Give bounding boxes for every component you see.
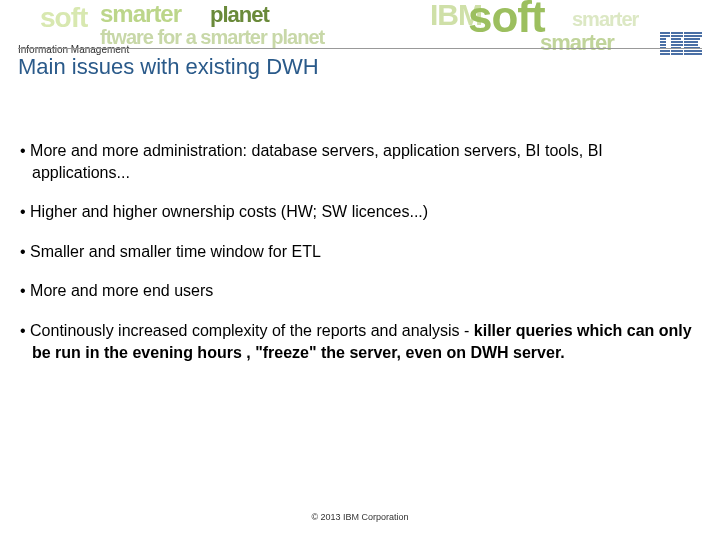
bullet-item: Smaller and smaller time window for ETL bbox=[18, 241, 696, 263]
bullet-text: Smaller and smaller time window for ETL bbox=[30, 243, 321, 260]
slide-title: Main issues with existing DWH bbox=[18, 54, 702, 80]
bullet-item: Continously increased complexity of the … bbox=[18, 320, 696, 363]
footer-copyright: © 2013 IBM Corporation bbox=[0, 512, 720, 522]
ibm-logo-icon bbox=[660, 32, 702, 55]
bullet-item: More and more administration: database s… bbox=[18, 140, 696, 183]
header-divider bbox=[18, 48, 702, 49]
slide: softsmarterplanetIBMsoftsmarterftware fo… bbox=[0, 0, 720, 540]
bullet-text: More and more end users bbox=[30, 282, 213, 299]
bullet-text: Higher and higher ownership costs (HW; S… bbox=[30, 203, 428, 220]
bullet-text: More and more administration: database s… bbox=[30, 142, 603, 181]
bullet-item: More and more end users bbox=[18, 280, 696, 302]
header: Information Management bbox=[18, 32, 702, 55]
bullet-item: Higher and higher ownership costs (HW; S… bbox=[18, 201, 696, 223]
content-area: More and more administration: database s… bbox=[18, 140, 696, 381]
bullet-text: Continously increased complexity of the … bbox=[30, 322, 474, 339]
